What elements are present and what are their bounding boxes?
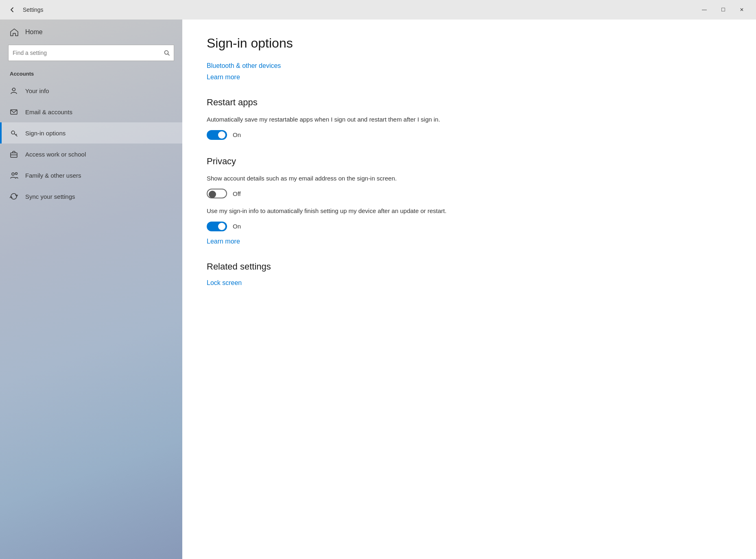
toggle-thumb bbox=[218, 131, 225, 139]
learn-more-link-2[interactable]: Learn more bbox=[207, 238, 732, 245]
restart-apps-section: Restart apps Automatically save my resta… bbox=[207, 97, 732, 140]
toggle-thumb-2 bbox=[218, 223, 225, 230]
home-label: Home bbox=[25, 28, 43, 36]
lock-screen-link[interactable]: Lock screen bbox=[207, 279, 242, 286]
sidebar-item-label-sync: Sync your settings bbox=[25, 193, 75, 200]
svg-point-8 bbox=[12, 173, 14, 175]
email-icon bbox=[10, 108, 19, 116]
maximize-button[interactable]: ☐ bbox=[714, 0, 732, 20]
privacy-description-1: Show account details such as my email ad… bbox=[207, 174, 492, 183]
sync-icon bbox=[10, 192, 19, 200]
sidebar-item-sync-settings[interactable]: Sync your settings bbox=[0, 186, 182, 207]
sidebar-item-email-accounts[interactable]: Email & accounts bbox=[0, 101, 182, 122]
sidebar-item-access-work[interactable]: Access work or school bbox=[0, 144, 182, 165]
privacy-toggle-2[interactable] bbox=[207, 222, 227, 231]
sidebar-item-your-info[interactable]: Your info bbox=[0, 80, 182, 101]
privacy-toggle1-row: Off bbox=[207, 189, 732, 198]
related-settings-section: Related settings Lock screen bbox=[207, 261, 732, 287]
sidebar-home-button[interactable]: Home bbox=[0, 20, 182, 45]
sidebar-item-family-users[interactable]: Family & other users bbox=[0, 165, 182, 186]
svg-point-2 bbox=[13, 88, 15, 91]
app-body: Home Accounts Your info bbox=[0, 20, 756, 559]
back-button[interactable] bbox=[5, 2, 20, 17]
home-icon bbox=[10, 28, 19, 37]
page-title: Sign-in options bbox=[207, 36, 732, 51]
learn-more-link-1[interactable]: Learn more bbox=[207, 74, 732, 81]
search-box[interactable] bbox=[8, 45, 174, 61]
people-icon bbox=[10, 171, 19, 179]
content-area: Sign-in options Bluetooth & other device… bbox=[182, 20, 756, 559]
sidebar-item-label-access-work: Access work or school bbox=[25, 151, 86, 158]
privacy-toggle2-label: On bbox=[233, 223, 241, 230]
restart-apps-toggle-label: On bbox=[233, 131, 241, 138]
svg-line-1 bbox=[168, 54, 170, 56]
privacy-title: Privacy bbox=[207, 156, 732, 167]
accounts-header: Accounts bbox=[0, 67, 182, 80]
close-button[interactable]: ✕ bbox=[732, 0, 751, 20]
sidebar-item-label-family: Family & other users bbox=[25, 172, 81, 179]
sidebar-item-label-signin: Sign-in options bbox=[25, 130, 66, 137]
related-settings-title: Related settings bbox=[207, 261, 732, 272]
title-bar: Settings — ☐ ✕ bbox=[0, 0, 756, 20]
restart-apps-toggle-row: On bbox=[207, 130, 732, 140]
restart-apps-title: Restart apps bbox=[207, 97, 732, 108]
restart-apps-toggle[interactable] bbox=[207, 130, 227, 140]
app-title: Settings bbox=[23, 7, 44, 13]
privacy-toggle2-row: On bbox=[207, 222, 732, 231]
sidebar-item-sign-in-options[interactable]: Sign-in options bbox=[0, 122, 182, 144]
privacy-section: Privacy Show account details such as my … bbox=[207, 156, 732, 245]
sidebar-item-label-email: Email & accounts bbox=[25, 109, 72, 115]
minimize-button[interactable]: — bbox=[695, 0, 714, 20]
person-icon bbox=[10, 87, 19, 95]
search-icon bbox=[164, 50, 170, 56]
window-controls: — ☐ ✕ bbox=[695, 0, 751, 20]
privacy-toggle1-label: Off bbox=[233, 190, 241, 197]
sidebar: Home Accounts Your info bbox=[0, 20, 182, 559]
search-input[interactable] bbox=[13, 50, 164, 56]
svg-point-9 bbox=[15, 173, 17, 175]
briefcase-icon bbox=[10, 150, 19, 158]
toggle-thumb-1 bbox=[209, 191, 216, 198]
privacy-description-2: Use my sign-in info to automatically fin… bbox=[207, 207, 492, 216]
sidebar-item-label-your-info: Your info bbox=[25, 87, 49, 94]
key-icon bbox=[10, 129, 19, 137]
bluetooth-link[interactable]: Bluetooth & other devices bbox=[207, 62, 281, 69]
restart-apps-description: Automatically save my restartable apps w… bbox=[207, 115, 492, 124]
privacy-toggle-1[interactable] bbox=[207, 189, 227, 198]
